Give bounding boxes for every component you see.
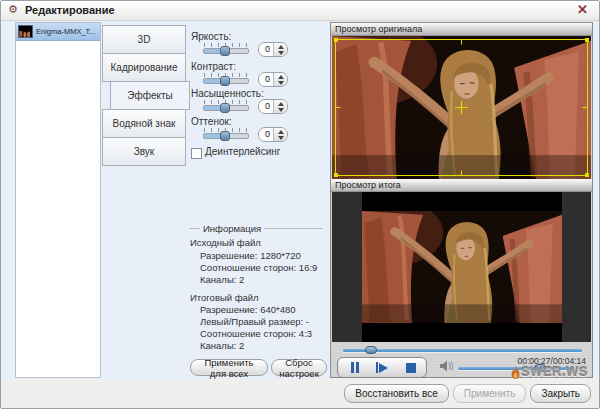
spinner-arrows[interactable] (273, 100, 287, 113)
output-resolution: Разрешение: 640*480 (200, 304, 296, 315)
contrast-value: 0 (259, 73, 273, 86)
saturation-label: Насыщенность: (191, 88, 264, 99)
slider-thumb[interactable] (220, 103, 230, 113)
preview-panel: Просмотр оригинала Просмотр итога (330, 22, 593, 378)
spin-down-icon[interactable] (278, 136, 284, 140)
contrast-slider[interactable] (203, 73, 249, 86)
playback-controls (337, 357, 427, 378)
reset-settings-button[interactable]: Сброс настроек (271, 359, 327, 376)
close-icon[interactable]: ✕ (577, 2, 588, 17)
watermark-text: SWER.WS (521, 364, 588, 379)
output-lr-size: Левый/Правый размер: - (200, 316, 309, 327)
result-43-frame (362, 192, 562, 342)
info-group-title: Информация (200, 223, 264, 234)
speaker-icon[interactable] (439, 359, 455, 373)
play-button[interactable] (369, 359, 395, 376)
edit-dialog: ⚙ Редактирование ✕ Enigma-MMX_T... 3D Ка… (0, 0, 600, 409)
video-thumbnail (18, 25, 33, 38)
spin-up-icon[interactable] (278, 102, 284, 106)
spin-down-icon[interactable] (278, 108, 284, 112)
slider-thumb[interactable] (220, 131, 230, 141)
deinterlace-checkbox[interactable] (191, 148, 202, 159)
watermark: SWER.WS (511, 364, 588, 379)
tab-watermark[interactable]: Водяной знак (102, 109, 186, 138)
spin-up-icon[interactable] (278, 45, 284, 49)
spinner-arrows[interactable] (273, 73, 287, 86)
tab-sound[interactable]: Звук (102, 137, 186, 166)
saturation-spinner[interactable]: 0 (258, 99, 288, 114)
brightness-value: 0 (259, 43, 273, 56)
hue-label: Оттенок: (191, 116, 232, 127)
bottom-bar: Восстановить все Применить Закрыть (1, 379, 599, 408)
apply-button[interactable]: Применить (453, 384, 527, 403)
hue-value: 0 (259, 128, 273, 141)
play-icon (379, 363, 388, 373)
spin-down-icon[interactable] (278, 51, 284, 55)
pause-button[interactable] (340, 359, 366, 376)
play-icon (376, 362, 378, 373)
stop-button[interactable] (398, 359, 424, 376)
result-preview-header: Просмотр итога (331, 179, 592, 192)
gear-icon: ⚙ (8, 3, 18, 16)
slider-thumb[interactable] (220, 76, 230, 86)
crop-frame-overlay (332, 36, 591, 179)
spin-down-icon[interactable] (278, 81, 284, 85)
restore-all-button[interactable]: Восстановить все (344, 384, 449, 403)
spin-up-icon[interactable] (278, 130, 284, 134)
tab-effects[interactable]: Эффекты (110, 81, 190, 110)
brightness-label: Яркость: (191, 31, 231, 42)
brightness-slider[interactable] (203, 43, 249, 56)
original-preview-header: Просмотр оригинала (331, 23, 592, 36)
close-button[interactable]: Закрыть (530, 384, 591, 403)
slider-thumb[interactable] (220, 46, 230, 56)
pause-icon (351, 362, 354, 373)
apply-all-button[interactable]: Применить для всех (190, 359, 268, 376)
result-video-frame (362, 211, 562, 323)
source-channels: Каналы: 2 (200, 274, 244, 285)
tab-3d[interactable]: 3D (102, 25, 186, 54)
tab-column: 3D Кадрирование Эффекты Водяной знак Зву… (102, 26, 186, 166)
deinterlace-label: Деинтерлейсинг (205, 146, 280, 157)
stop-icon (406, 363, 416, 373)
hue-spinner[interactable]: 0 (258, 127, 288, 142)
saturation-value: 0 (259, 100, 273, 113)
brightness-spinner[interactable]: 0 (258, 42, 288, 57)
file-list-item[interactable]: Enigma-MMX_T... (16, 23, 100, 41)
source-file-title: Исходный файл (190, 237, 261, 248)
seek-slider[interactable] (343, 349, 582, 352)
dialog-content: Enigma-MMX_T... 3D Кадрирование Эффекты … (1, 21, 599, 379)
contrast-spinner[interactable]: 0 (258, 72, 288, 87)
window-title: Редактирование (25, 4, 115, 16)
spin-up-icon[interactable] (278, 75, 284, 79)
source-resolution: Разрешение: 1280*720 (200, 250, 301, 261)
result-video (332, 192, 591, 342)
hue-slider[interactable] (203, 128, 249, 141)
output-aspect: Соотношение сторон: 4:3 (200, 328, 312, 339)
output-channels: Каналы: 2 (200, 340, 244, 351)
title-bar: ⚙ Редактирование ✕ (1, 1, 599, 21)
source-aspect: Соотношение сторон: 16:9 (200, 262, 317, 273)
output-file-title: Итоговый файл (190, 292, 259, 303)
original-video (332, 36, 591, 179)
contrast-label: Контраст: (191, 61, 236, 72)
file-item-label: Enigma-MMX_T... (36, 27, 96, 36)
spinner-arrows[interactable] (273, 128, 287, 141)
saturation-slider[interactable] (203, 100, 249, 113)
tab-cropping[interactable]: Кадрирование (102, 53, 186, 82)
flame-icon (511, 366, 520, 379)
seek-thumb[interactable] (365, 346, 377, 354)
spinner-arrows[interactable] (273, 43, 287, 56)
file-list[interactable]: Enigma-MMX_T... (15, 22, 101, 378)
